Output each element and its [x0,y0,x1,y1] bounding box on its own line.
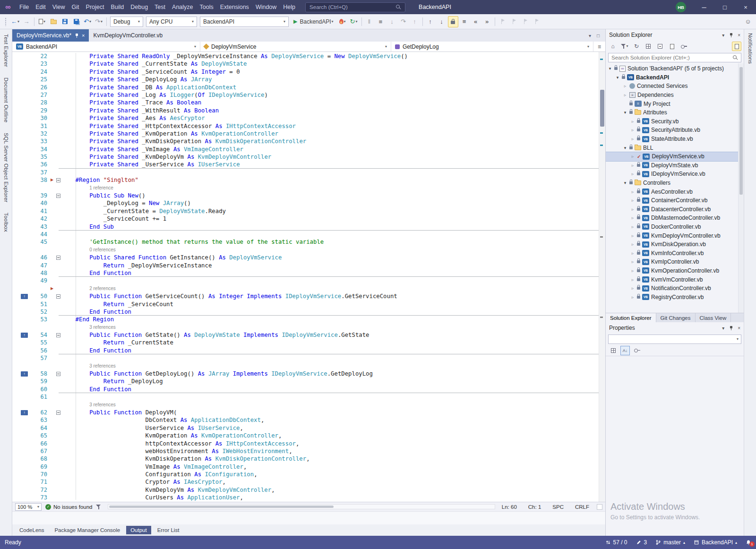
pending-changes-filter-icon[interactable]: ▾ [620,42,629,51]
tree-item-attributes[interactable]: ▾Attributes [606,108,744,117]
collapse-icon[interactable] [56,256,60,260]
expander-icon[interactable]: ▹ [630,224,635,229]
expander-icon[interactable]: ▹ [630,128,635,132]
chevron-down-icon[interactable]: ▾ [722,326,724,331]
float-window-icon[interactable]: □ [597,33,600,38]
zoom-dropdown[interactable]: 100 % ▾ [15,503,42,511]
expander-icon[interactable]: ▹ [630,251,635,256]
code-line[interactable]: ↑50Public Function GetServiceCount() As … [20,292,599,300]
expander-icon[interactable]: ▹ [630,137,635,141]
code-line[interactable]: 66httpContextAccessor As IHttpContextAcc… [20,440,599,447]
panel-tab-class-view[interactable]: Class View [696,313,731,322]
implements-icon[interactable]: ↑ [21,410,28,415]
git-branch[interactable]: master▴ [655,539,685,546]
document-list-dropdown-icon[interactable]: ▾ [589,33,591,38]
indent-increase-icon[interactable]: » [482,16,492,27]
collapse-icon[interactable] [56,294,60,299]
refresh-icon[interactable]: ↻ [632,42,641,51]
send-feedback-icon[interactable]: ☺ [743,16,753,27]
undo-icon[interactable]: ↶▾ [82,16,93,27]
expander-icon[interactable]: ▹ [630,189,635,194]
code-line[interactable]: 41_CurrentState = DeployVmState.Ready [20,207,599,215]
line-indicator[interactable]: Ln: 60 [502,504,517,510]
start-debugging-button[interactable]: ▶BackendAPI▾ [291,16,336,27]
splitter-handle[interactable] [597,504,602,510]
code-line[interactable]: 31Private Shared _HttpContextAccessor As… [20,122,599,130]
tree-scrollbar[interactable] [738,63,744,313]
close-icon[interactable]: × [82,33,85,38]
collapse-icon[interactable] [56,178,60,182]
filter-icon[interactable] [96,505,101,509]
code-line[interactable]: 47Return _DeployVmServiceInstance [20,262,599,269]
code-line[interactable]: ↑54Public Function GetState() As DeployV… [20,331,599,339]
tree-item-dbmasternodecontroller-vb[interactable]: ▹VBDbMasternodeController.vb [606,214,744,223]
panel-tab-error-list[interactable]: Error List [153,526,184,534]
code-line[interactable]: 52End Function [20,308,599,316]
code-line[interactable]: 61 [20,393,599,401]
implements-icon[interactable]: ↑ [21,294,28,299]
code-line[interactable]: 63DbContext As ApplicationDbContext, [20,416,599,424]
pin-icon[interactable] [729,326,733,331]
expander-icon[interactable]: ▹ [630,277,635,282]
spaces-indicator[interactable]: SPC [552,504,564,510]
tree-item-deployvmstate-vb[interactable]: ▹VBDeployVmState.vb [606,161,744,170]
alphabetical-sort-icon[interactable]: A↓ [620,346,630,355]
expander-icon[interactable]: ▹ [630,207,635,212]
tree-item-dependencies[interactable]: ▹≡Dependencies [606,91,744,100]
solution-explorer-search-input[interactable]: Search Solution Explorer (Ctrl+;) [608,53,741,62]
tree-item-notificationcontroller-vb[interactable]: ▹VBNotificationController.vb [606,284,744,293]
code-line[interactable]: 43End Sub [20,223,599,231]
code-line[interactable]: 56End Function [20,347,599,354]
codelens-row[interactable]: ▶2 references [20,285,599,292]
tree-item-security-vb[interactable]: ▹VBSecurity.vb [606,117,744,126]
code-line[interactable]: 48End Function [20,269,599,277]
menu-project[interactable]: Project [83,2,108,12]
expander-icon[interactable]: ▹ [630,154,635,159]
tree-item-containercontroller-vb[interactable]: ▹VBContainerController.vb [606,196,744,205]
expander-icon[interactable]: ▹ [630,163,635,168]
code-line[interactable]: 46Public Shared Function GetInstance() A… [20,254,599,261]
tree-item-controllers[interactable]: ▾Controllers [606,179,744,188]
code-line[interactable]: 27Private Shared _Log As ILogger(Of IDep… [20,91,599,99]
expander-icon[interactable]: ▹ [623,93,627,97]
expander-icon[interactable]: ▹ [630,233,635,238]
tree-item-kvmdeployvmcontroller-vb[interactable]: ▹VBKvmDeployVmController.vb [606,231,744,240]
keep-unlocked-icon[interactable] [448,16,458,27]
code-line[interactable]: 24Private Shared _ServiceCount As Intege… [20,68,599,76]
open-file-icon[interactable] [48,16,59,27]
panel-tab-package-manager-console[interactable]: Package Manager Console [50,526,124,534]
scrollbar-thumb[interactable] [739,67,743,195]
collapse-all-icon[interactable] [655,42,665,51]
home-icon[interactable]: ⌂ [608,42,618,51]
code-line[interactable]: 33Private Shared _KvmDiskOperation As Kv… [20,137,599,145]
code-line[interactable]: 36Private Shared _UserService As IUserSe… [20,161,599,168]
expander-icon[interactable]: ▹ [630,242,635,247]
line-ending-indicator[interactable]: CRLF [575,504,589,510]
code-line[interactable]: 25Private Shared _DeployLog As JArray [20,76,599,83]
member-dropdown[interactable]: GetDeployLog ▾ [391,42,593,51]
code-line[interactable]: 22Private Shared ReadOnly _DeployVmServi… [20,52,599,60]
tree-item-solution-backendapi-5-of-5-projects[interactable]: ▾∞Solution 'BackendAPI' (5 of 5 projects… [606,64,744,73]
tree-item-backendapi[interactable]: ▾VBBackendAPI [606,73,744,82]
code-line[interactable]: ↑62Public Function DeployVM( [20,409,599,416]
code-line[interactable]: 38▶#Region "Singlton" [20,176,599,184]
panel-tab-solution-explorer[interactable]: Solution Explorer [606,313,656,322]
code-line[interactable]: 64UserService As IUserService, [20,424,599,432]
maximize-button[interactable]: □ [714,0,735,14]
chevron-down-icon[interactable]: ▾ [722,33,724,38]
code-line[interactable]: 68KvmDiskOperation As KvmDiskOperationCo… [20,455,599,463]
expander-icon[interactable]: ▾ [623,146,627,150]
tab-sql-server-object-explorer[interactable]: SQL Server Object Explorer [3,133,9,202]
menu-analyze[interactable]: Analyze [169,2,196,12]
notifications-bell[interactable]: 1 [746,540,751,545]
code-line[interactable]: 70Configuration As IConfiguration, [20,471,599,478]
new-file-icon[interactable]: ▾ [37,16,47,27]
codelens-row[interactable]: 0 references [20,246,599,254]
close-icon[interactable]: × [738,33,740,38]
restart-application-icon[interactable]: ↻▾ [349,16,359,27]
tab-test-explorer[interactable]: Test Explorer [3,34,9,67]
menu-tools[interactable]: Tools [197,2,217,12]
code-line[interactable]: 26Private Shared _DB As ApplicationDbCon… [20,84,599,91]
code-line[interactable]: 57 [20,354,599,362]
panel-tab-codelens[interactable]: CodeLens [15,526,48,534]
